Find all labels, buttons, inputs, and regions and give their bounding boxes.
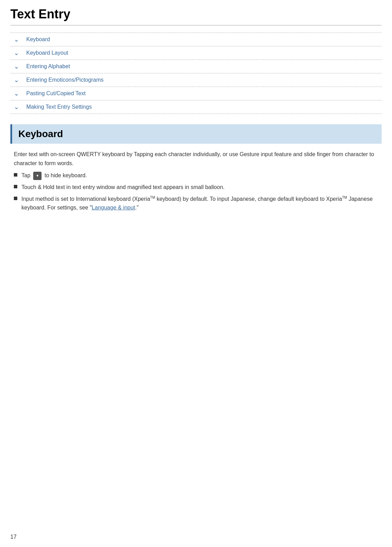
- toc-item-entering-emoticons[interactable]: ⌄ Entering Emoticons/Pictograms: [10, 73, 382, 87]
- bullet-item-input-method: Input method is set to International key…: [14, 195, 378, 212]
- toc-link-pasting-cut[interactable]: Pasting Cut/Copied Text: [26, 90, 85, 97]
- bullet-tap-content: Tap to hide keyboard.: [21, 171, 87, 180]
- keyboard-bullet-list: Tap to hide keyboard. Touch & Hold text …: [14, 171, 378, 212]
- toc-link-keyboard-layout[interactable]: Keyboard Layout: [26, 50, 68, 56]
- toc-link-entering-alphabet[interactable]: Entering Alphabet: [26, 63, 70, 70]
- toc-item-keyboard[interactable]: ⌄ Keyboard: [10, 33, 382, 46]
- bullet-square-touch-hold: [14, 185, 17, 188]
- page-title: Text Entry: [10, 7, 382, 26]
- toc-link-keyboard[interactable]: Keyboard: [26, 36, 50, 43]
- language-input-link[interactable]: Language & input: [92, 205, 135, 210]
- keyboard-section-content: Enter text with on-screen QWERTY keyboar…: [10, 150, 382, 212]
- bullet-square-tap: [14, 173, 17, 177]
- toc-item-keyboard-layout[interactable]: ⌄ Keyboard Layout: [10, 46, 382, 60]
- bullet-item-touch-hold: Touch & Hold text in text entry window a…: [14, 183, 378, 192]
- toc-section: ⌄ Keyboard ⌄ Keyboard Layout ⌄ Entering …: [10, 33, 382, 114]
- keyboard-section-header: Keyboard: [10, 124, 382, 144]
- toc-item-pasting-cut[interactable]: ⌄ Pasting Cut/Copied Text: [10, 87, 382, 100]
- toc-link-entering-emoticons[interactable]: Entering Emoticons/Pictograms: [26, 77, 103, 83]
- toc-item-entering-alphabet[interactable]: ⌄ Entering Alphabet: [10, 60, 382, 73]
- toc-item-making-settings[interactable]: ⌄ Making Text Entry Settings: [10, 100, 382, 114]
- input-method-text-end: .": [135, 205, 139, 210]
- toc-arrow-entering-emoticons: ⌄: [14, 76, 21, 84]
- toc-arrow-keyboard: ⌄: [14, 36, 21, 43]
- tap-text-after: to hide keyboard.: [45, 172, 87, 178]
- input-method-text-mid: keyboard) by default. To input Japanese,…: [155, 196, 342, 202]
- sup-tm-1: TM: [150, 195, 155, 199]
- bullet-item-tap: Tap to hide keyboard.: [14, 171, 378, 180]
- toc-arrow-making-settings: ⌄: [14, 103, 21, 111]
- toc-arrow-pasting-cut: ⌄: [14, 90, 21, 97]
- bullet-square-input-method: [14, 197, 17, 200]
- touch-hold-text: Touch & Hold text in text entry window a…: [21, 183, 225, 192]
- tap-text-before: Tap: [21, 172, 30, 178]
- keyboard-intro-text: Enter text with on-screen QWERTY keyboar…: [14, 150, 378, 168]
- hide-keyboard-icon: [33, 172, 42, 180]
- keyboard-section-title: Keyboard: [18, 128, 63, 139]
- toc-arrow-entering-alphabet: ⌄: [14, 63, 21, 70]
- sup-tm-2: TM: [342, 195, 347, 199]
- input-method-text-before: Input method is set to International key…: [21, 196, 150, 202]
- toc-arrow-keyboard-layout: ⌄: [14, 49, 21, 57]
- toc-link-making-settings[interactable]: Making Text Entry Settings: [26, 104, 92, 110]
- input-method-content: Input method is set to International key…: [21, 195, 378, 212]
- page-number: 17: [10, 534, 17, 540]
